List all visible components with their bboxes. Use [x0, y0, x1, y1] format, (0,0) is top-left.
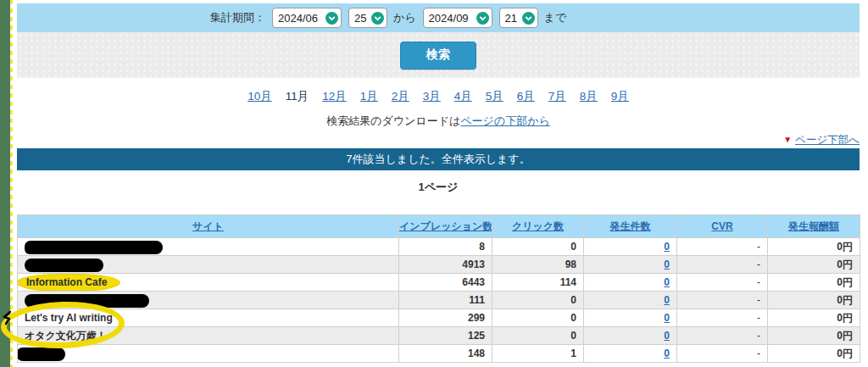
end-day-value: 21 — [505, 12, 517, 25]
chevron-down-icon — [522, 12, 535, 25]
impressions-cell: 4913 — [399, 256, 492, 274]
month-link-7月[interactable]: 7月 — [548, 90, 566, 103]
left-edge-dashed-line — [10, 0, 13, 367]
month-link-5月[interactable]: 5月 — [486, 90, 504, 103]
chevron-down-icon — [476, 12, 489, 25]
impressions-cell: 111 — [399, 292, 492, 309]
conversions-link[interactable]: 0 — [664, 330, 670, 342]
cvr-cell: - — [677, 345, 768, 363]
impressions-cell: 148 — [399, 345, 492, 363]
column-sort-link[interactable]: CVR — [711, 220, 732, 232]
conversions-link[interactable]: 0 — [664, 241, 670, 253]
chevron-down-icon — [326, 12, 338, 25]
impressions-cell: 125 — [399, 327, 492, 345]
site-cell — [18, 292, 399, 309]
column-sort-link[interactable]: 発生報酬額 — [788, 220, 839, 232]
table-header-row: サイトインプレッション数クリック数発生件数CVR発生報酬額 — [18, 215, 860, 238]
site-cell: Let's try AI writing — [18, 309, 399, 327]
column-sort-link[interactable]: 発生件数 — [610, 220, 651, 232]
site-cell — [18, 238, 399, 256]
conversions-cell: 0 — [584, 238, 677, 256]
column-header: クリック数 — [492, 215, 584, 238]
cvr-cell: - — [677, 238, 768, 256]
clicks-cell: 0 — [492, 292, 584, 309]
conversions-link[interactable]: 0 — [664, 276, 670, 288]
site-name-highlighted: Information Cafe — [18, 275, 119, 290]
down-triangle-icon: ▼ — [783, 135, 792, 144]
month-link-9月[interactable]: 9月 — [611, 90, 629, 103]
clicks-cell: 0 — [492, 309, 584, 327]
redaction-mark — [25, 294, 149, 308]
affiliate-report-page: 集計期間： 2024/06 25 から 2024/09 21 — [0, 0, 868, 367]
end-day-select[interactable]: 21 — [499, 8, 538, 28]
end-year-month-value: 2024/09 — [429, 12, 469, 25]
clicks-cell: 98 — [492, 256, 584, 274]
month-link-10月[interactable]: 10月 — [248, 90, 272, 103]
results-table: サイトインプレッション数クリック数発生件数CVR発生報酬額 800-0円4913… — [17, 214, 860, 363]
column-sort-link[interactable]: クリック数 — [512, 220, 564, 232]
conversions-cell: 0 — [584, 309, 677, 327]
month-link-8月[interactable]: 8月 — [580, 90, 598, 103]
redaction-mark — [25, 241, 163, 254]
impressions-cell: 6443 — [399, 274, 492, 292]
cvr-cell: - — [677, 327, 768, 345]
filter-bar: 集計期間： 2024/06 25 から 2024/09 21 — [17, 3, 860, 32]
column-header: サイト — [18, 215, 399, 238]
reward-cell: 0円 — [768, 327, 860, 345]
cvr-cell: - — [677, 274, 768, 292]
reward-cell: 0円 — [768, 238, 860, 256]
table-body: 800-0円4913980-0円Information Cafe64431140… — [18, 238, 860, 363]
table-row: 4913980-0円 — [18, 256, 860, 274]
conversions-cell: 0 — [584, 274, 677, 292]
page-indicator: 1ページ — [17, 180, 860, 195]
month-nav: 10月11月12月1月2月3月4月5月6月7月8月9月 — [17, 89, 860, 104]
site-name: Let's try AI writing — [25, 312, 113, 324]
table-row: オタク文化万歳！12500-0円 — [18, 327, 860, 345]
column-header: 発生報酬額 — [768, 215, 860, 238]
conversions-link[interactable]: 0 — [664, 259, 670, 270]
column-sort-link[interactable]: サイト — [192, 220, 224, 232]
impressions-cell: 8 — [399, 238, 492, 256]
conversions-cell: 0 — [584, 327, 677, 345]
start-day-select[interactable]: 25 — [348, 8, 387, 28]
cvr-cell: - — [677, 292, 768, 309]
conversions-link[interactable]: 0 — [664, 348, 670, 359]
start-year-month-select[interactable]: 2024/06 — [272, 8, 342, 28]
impressions-cell: 299 — [399, 309, 492, 327]
reward-cell: 0円 — [768, 345, 860, 363]
jump-to-bottom[interactable]: ▼ページ下部へ — [783, 133, 860, 147]
cvr-cell: - — [677, 309, 768, 327]
table-row: Information Cafe64431140-0円 — [18, 274, 860, 292]
result-banner: 7件該当しました。全件表示します。 — [17, 148, 860, 170]
conversions-link[interactable]: 0 — [664, 294, 670, 306]
month-link-6月[interactable]: 6月 — [517, 90, 535, 103]
column-sort-link[interactable]: インプレッション数 — [399, 220, 492, 232]
end-year-month-select[interactable]: 2024/09 — [423, 8, 492, 28]
jump-link[interactable]: ページ下部へ — [795, 134, 860, 146]
month-link-1月[interactable]: 1月 — [360, 90, 378, 103]
search-button[interactable]: 検索 — [400, 42, 476, 70]
month-link-2月[interactable]: 2月 — [392, 90, 409, 103]
site-cell: オタク文化万歳！ — [18, 327, 399, 345]
site-name: オタク文化万歳！ — [25, 329, 107, 343]
month-link-11月: 11月 — [286, 90, 309, 103]
column-header: インプレッション数 — [399, 215, 492, 238]
reward-cell: 0円 — [768, 292, 860, 309]
clicks-cell: 0 — [492, 238, 584, 256]
download-note-text: 検索結果のダウンロードは — [326, 114, 460, 127]
month-link-12月[interactable]: 12月 — [322, 90, 347, 103]
download-note-link[interactable]: ページの下部から — [460, 114, 550, 127]
month-link-4月[interactable]: 4月 — [454, 90, 472, 103]
redaction-mark — [18, 348, 66, 361]
left-edge-stripe — [0, 0, 10, 367]
site-cell — [18, 345, 399, 363]
clicks-cell: 0 — [492, 327, 584, 345]
cvr-cell: - — [677, 256, 768, 274]
search-panel: 検索 — [17, 32, 860, 78]
chevron-down-icon — [371, 12, 384, 25]
conversions-link[interactable]: 0 — [664, 312, 670, 324]
month-link-3月[interactable]: 3月 — [423, 90, 441, 103]
reward-cell: 0円 — [768, 309, 860, 327]
column-header: CVR — [677, 215, 768, 238]
reward-cell: 0円 — [768, 274, 860, 292]
